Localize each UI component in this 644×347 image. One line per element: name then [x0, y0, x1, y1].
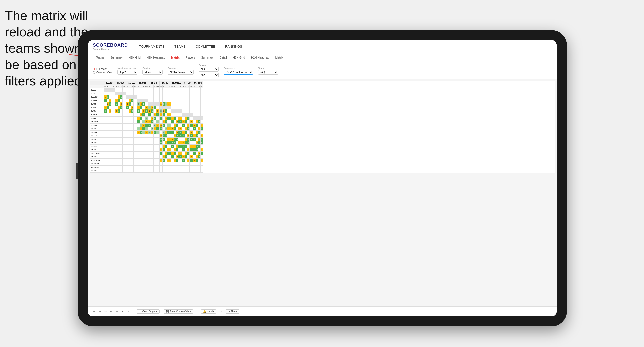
share-btn[interactable]: ↗ Share — [226, 309, 240, 314]
zoom-out-btn[interactable]: ⊖ — [116, 310, 118, 313]
matrix-cell — [178, 138, 182, 141]
matrix-cell: 2 — [163, 109, 165, 113]
nav-teams[interactable]: TEAMS — [173, 45, 187, 48]
main-content[interactable]: 3. ASU 10. UW 11. UA 22. UCB 24. UO — [88, 79, 557, 306]
matrix-cell — [115, 159, 118, 162]
matrix-cell: 2 — [193, 138, 196, 141]
matrix-cell — [159, 155, 163, 159]
sub-nav-h2hgrid1[interactable]: H2H Grid — [126, 53, 144, 62]
matrix-cell — [189, 166, 193, 169]
sub-nav-h2hheatmap1[interactable]: H2H Heatmap — [144, 53, 168, 62]
undo-btn[interactable]: ↩ — [93, 310, 95, 313]
sub-nav-summary2[interactable]: Summary — [198, 53, 216, 62]
team-select[interactable]: (All) — [258, 70, 278, 75]
matrix-cell — [193, 155, 196, 159]
matrix-cell: 2 — [148, 131, 151, 134]
sh-t4: T — [142, 85, 145, 88]
matrix-cell — [126, 99, 129, 102]
save-custom-btn[interactable]: 💾 Save Custom View — [164, 309, 193, 314]
sh-l2: L — [118, 85, 120, 88]
max-teams-select[interactable]: Top 25 Top 50 All — [117, 70, 137, 75]
matrix-cell — [142, 99, 145, 102]
matrix-cell — [126, 92, 129, 95]
sub-nav-players[interactable]: Players — [183, 53, 198, 62]
matrix-cell: 0 — [198, 145, 201, 148]
matrix-cell — [148, 166, 151, 169]
matrix-cell — [193, 131, 196, 134]
table-row: 21. ETSU22322122112 — [90, 159, 203, 162]
matrix-cell — [159, 88, 163, 92]
nav-tournaments[interactable]: TOURNAMENTS — [138, 45, 166, 48]
matrix-cell — [187, 106, 189, 109]
gender-select[interactable]: Men's Women's — [142, 70, 163, 75]
matrix-cell — [189, 117, 193, 120]
refresh-btn[interactable]: ⟲ — [104, 310, 106, 313]
matrix-cell — [151, 148, 153, 152]
expand-btn[interactable]: ⤢ — [220, 310, 222, 313]
region-select2[interactable]: N/A — [199, 73, 219, 77]
matrix-cell — [122, 102, 126, 106]
matrix-cell — [151, 95, 153, 99]
sub-nav-detail[interactable]: Detail — [216, 53, 230, 62]
conference-select[interactable]: Pac-12 Conference (All) — [224, 70, 253, 75]
matrix-cell — [131, 92, 133, 95]
matrix-cell — [142, 141, 145, 145]
matrix-cell — [129, 138, 131, 141]
matrix-cell — [198, 148, 201, 152]
matrix-cell — [145, 95, 148, 99]
watch-label: Watch — [207, 310, 214, 313]
matrix-cell — [137, 152, 140, 155]
matrix-cell: 3 — [174, 134, 176, 138]
matrix-cell — [126, 131, 129, 134]
matrix-cell — [156, 138, 159, 141]
add-btn[interactable]: + — [122, 310, 123, 313]
redo-btn[interactable]: ↪ — [99, 310, 101, 313]
matrix-cell — [129, 117, 131, 120]
matrix-cell — [109, 159, 111, 162]
matrix-cell — [142, 169, 145, 173]
matrix-cell: 1 — [115, 102, 118, 106]
watch-btn[interactable]: 🔔 Watch — [201, 309, 216, 314]
matrix-cell — [134, 102, 137, 106]
region-select[interactable]: N/A — [199, 67, 219, 72]
matrix-cell — [196, 166, 198, 169]
division-select[interactable]: NCAA Division I NCAA Division II — [168, 70, 194, 75]
matrix-cell: 1 — [171, 117, 174, 120]
full-view-radio[interactable]: Full View — [93, 68, 112, 70]
nav-committee[interactable]: COMMITTEE — [194, 45, 216, 48]
matrix-cell — [104, 117, 107, 120]
matrix-cell: 2 — [187, 159, 189, 162]
compact-view-radio[interactable]: Compact View — [93, 71, 112, 74]
view-original-label: View: Original — [142, 310, 158, 313]
sub-nav-h2hheatmap2[interactable]: H2H Heatmap — [248, 53, 272, 62]
sub-nav-summary1[interactable]: Summary — [107, 53, 126, 62]
matrix-cell — [189, 109, 193, 113]
view-original-btn[interactable]: 👁 View: Original — [137, 309, 160, 314]
matrix-cell — [189, 88, 193, 92]
matrix-cell: 2 — [163, 155, 165, 159]
matrix-cell — [131, 95, 133, 99]
matrix-cell — [104, 141, 107, 145]
matrix-cell — [115, 131, 118, 134]
nav-rankings[interactable]: RANKINGS — [224, 45, 244, 48]
sub-nav-h2hgrid2[interactable]: H2H Grid — [230, 53, 248, 62]
matrix-cell — [129, 127, 131, 131]
sh-t7: T — [176, 85, 178, 88]
sub-nav-matrix2[interactable]: Matrix — [272, 53, 286, 62]
matrix-cell: 1 — [163, 145, 165, 148]
team-name-cell: 21. ETSU — [90, 159, 104, 162]
matrix-cell — [115, 92, 118, 95]
sub-nav-teams[interactable]: Teams — [93, 53, 107, 62]
matrix-cell — [111, 155, 115, 159]
settings-btn[interactable]: ⊙ — [127, 310, 129, 313]
conference-label: Conference — [224, 67, 253, 69]
matrix-cell — [156, 145, 159, 148]
matrix-cell — [145, 92, 148, 95]
matrix-cell: 1 — [174, 117, 176, 120]
max-teams-filter: Max teams in view Top 25 Top 50 All — [117, 67, 137, 75]
matrix-cell — [126, 155, 129, 159]
matrix-cell — [151, 169, 153, 173]
sub-nav-matrix1[interactable]: Matrix — [168, 53, 183, 62]
zoom-in-btn[interactable]: ⊕ — [110, 310, 112, 313]
matrix-cell — [145, 138, 148, 141]
